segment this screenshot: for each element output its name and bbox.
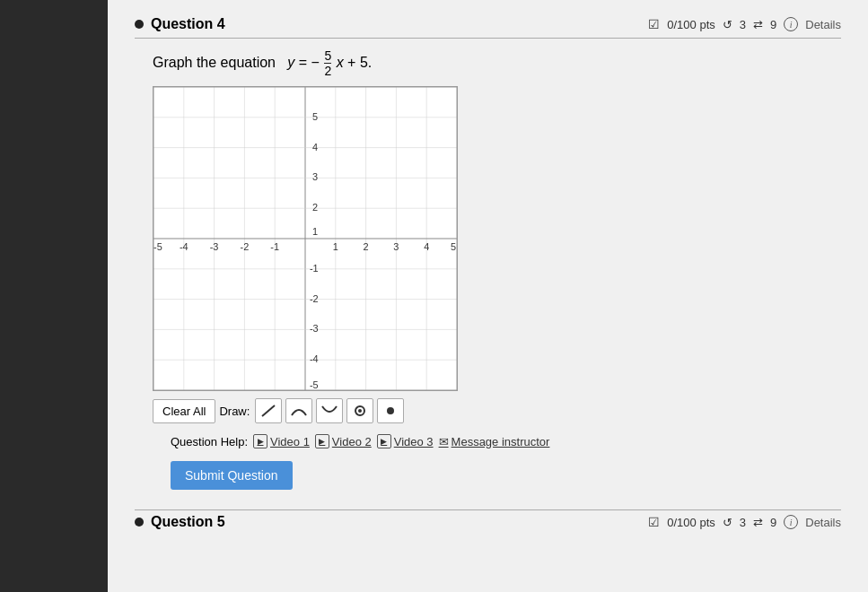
fraction-denominator: 2: [324, 64, 331, 77]
svg-point-42: [387, 407, 394, 414]
redo-icon: ⇄: [753, 18, 763, 31]
video3-label: Video 3: [394, 435, 434, 448]
q4-pts: 0/100 pts: [667, 18, 715, 31]
svg-text:-3: -3: [310, 323, 319, 334]
svg-text:-1: -1: [310, 263, 319, 274]
retry-icon-q5: ↺: [723, 516, 732, 529]
question5-title: Question 5: [135, 514, 225, 530]
bullet-dot-q5: [135, 518, 144, 527]
page-wrapper: Question 4 ☑ 0/100 pts ↺ 3 ⇄ 9 i Details…: [0, 0, 868, 592]
play-icon-3: ▶: [377, 434, 391, 448]
mail-icon: ✉: [439, 435, 449, 448]
draw-tool-curve-up[interactable]: [285, 398, 312, 423]
question-help: Question Help: ▶ Video 1 ▶ Video 2 ▶ Vid…: [171, 434, 549, 448]
svg-text:3: 3: [312, 171, 318, 182]
eq-x: x: [337, 55, 344, 70]
equation-fraction: 5 2: [324, 49, 331, 77]
main-content: Question 4 ☑ 0/100 pts ↺ 3 ⇄ 9 i Details…: [108, 0, 868, 592]
q4-details[interactable]: Details: [805, 18, 841, 31]
play-icon-1: ▶: [253, 434, 267, 448]
svg-text:-3: -3: [210, 241, 219, 252]
info-icon-q4[interactable]: i: [784, 17, 798, 31]
eq-minus: −: [311, 55, 320, 70]
clear-all-button[interactable]: Clear All: [153, 399, 215, 423]
message-instructor-link[interactable]: ✉ Message instructor: [439, 435, 550, 448]
redo-icon-q5: ⇄: [753, 516, 763, 529]
graph-area: -4 -3 -2 -1 -5 1 2 3 4 5 5 4 3 2 1 -1: [153, 86, 841, 490]
play-icon-2: ▶: [315, 434, 329, 448]
svg-text:-4: -4: [310, 353, 319, 364]
info-icon-q5[interactable]: i: [784, 515, 798, 529]
question5-header: Question 5 ☑ 0/100 pts ↺ 3 ⇄ 9 i Details: [135, 509, 841, 530]
svg-text:2: 2: [364, 241, 369, 252]
checkbox-icon: ☑: [648, 17, 660, 31]
bullet-dot-q4: [135, 20, 144, 29]
submit-question-button[interactable]: Submit Question: [171, 461, 293, 490]
equation-text: Graph the equation y = − 5 2 x + 5.: [153, 49, 841, 77]
video2-label: Video 2: [332, 435, 372, 448]
left-sidebar: [0, 0, 108, 592]
svg-point-41: [358, 409, 362, 413]
draw-tool-circle[interactable]: [346, 398, 373, 423]
svg-text:2: 2: [312, 202, 318, 213]
eq-equals: =: [299, 55, 311, 70]
q4-retry: 3: [740, 18, 746, 31]
message-label: Message instructor: [452, 435, 550, 448]
svg-text:-4: -4: [180, 241, 189, 252]
svg-text:-2: -2: [310, 293, 319, 304]
video2-link[interactable]: ▶ Video 2: [315, 434, 372, 448]
svg-text:4: 4: [424, 241, 429, 252]
video1-link[interactable]: ▶ Video 1: [253, 434, 310, 448]
q4-redo: 9: [770, 18, 776, 31]
question4-meta: ☑ 0/100 pts ↺ 3 ⇄ 9 i Details: [648, 17, 841, 31]
q5-details[interactable]: Details: [805, 516, 841, 529]
help-label: Question Help:: [171, 435, 248, 448]
svg-text:1: 1: [312, 226, 318, 237]
grid-svg: -4 -3 -2 -1 -5 1 2 3 4 5 5 4 3 2 1 -1: [153, 87, 457, 390]
question4-header: Question 4 ☑ 0/100 pts ↺ 3 ⇄ 9 i Details: [135, 16, 841, 39]
retry-icon: ↺: [723, 18, 732, 31]
draw-label: Draw:: [219, 405, 250, 418]
question5-label: Question 5: [151, 514, 225, 530]
eq-y: y: [287, 55, 294, 70]
svg-text:-5: -5: [310, 379, 319, 390]
q5-retry: 3: [740, 516, 746, 529]
q5-pts: 0/100 pts: [667, 516, 715, 529]
graph-container[interactable]: -4 -3 -2 -1 -5 1 2 3 4 5 5 4 3 2 1 -1: [153, 86, 458, 391]
draw-tool-line[interactable]: [255, 398, 282, 423]
equation-prefix: Graph the equation: [153, 55, 276, 70]
svg-text:-1: -1: [270, 241, 279, 252]
controls-row: Clear All Draw:: [153, 398, 404, 423]
question5-meta: ☑ 0/100 pts ↺ 3 ⇄ 9 i Details: [648, 515, 841, 529]
draw-tool-dot[interactable]: [377, 398, 404, 423]
svg-text:4: 4: [312, 142, 318, 152]
svg-line-39: [262, 405, 275, 416]
video1-label: Video 1: [270, 435, 310, 448]
question4-label: Question 4: [151, 16, 225, 32]
draw-tool-curve-down[interactable]: [316, 398, 343, 423]
svg-text:1: 1: [333, 241, 338, 252]
svg-text:5: 5: [451, 241, 456, 252]
svg-text:-2: -2: [241, 241, 250, 252]
svg-text:3: 3: [393, 241, 399, 252]
question4-title: Question 4: [135, 16, 225, 32]
fraction-numerator: 5: [324, 49, 331, 64]
eq-plus: + 5.: [347, 55, 372, 70]
video3-link[interactable]: ▶ Video 3: [377, 434, 434, 448]
checkbox-icon-q5: ☑: [648, 515, 660, 529]
q5-redo: 9: [770, 516, 776, 529]
svg-text:-5: -5: [153, 241, 162, 252]
svg-text:5: 5: [312, 111, 318, 122]
